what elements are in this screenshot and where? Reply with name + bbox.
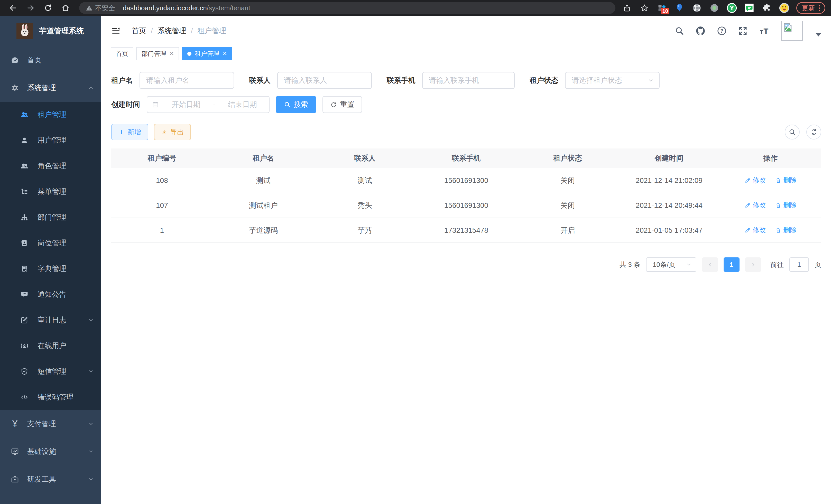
breadcrumb-current: 租户管理 <box>198 26 226 36</box>
app-title: 芋道管理系统 <box>39 26 84 36</box>
sidebar-item-dept[interactable]: 部门管理 <box>0 205 101 230</box>
tab-dept[interactable]: 部门管理 ✕ <box>137 47 179 60</box>
forward-icon[interactable] <box>23 2 38 14</box>
close-icon[interactable]: ✕ <box>169 50 174 57</box>
tenant-name-input[interactable] <box>140 72 234 89</box>
back-icon[interactable] <box>6 2 21 14</box>
tab-home[interactable]: 首页 <box>111 47 133 60</box>
chevron-left-icon <box>707 262 713 267</box>
dictionary-icon <box>21 265 28 272</box>
chevron-right-icon <box>750 262 756 267</box>
topbar: 首页 / 系统管理 / 租户管理 ? TT <box>101 16 831 46</box>
svg-text:Y: Y <box>729 5 734 11</box>
avatar-dropdown-caret[interactable] <box>815 33 821 36</box>
edit-button[interactable]: 修改 <box>744 201 766 210</box>
puzzle-extension-icon[interactable] <box>762 3 772 13</box>
emoji-extension-icon[interactable] <box>779 3 790 13</box>
bookmark-star-icon[interactable] <box>639 3 650 13</box>
delete-button[interactable]: 删除 <box>775 226 797 235</box>
edit-button[interactable]: 修改 <box>744 176 766 185</box>
help-icon[interactable]: ? <box>717 26 727 36</box>
prev-page-button[interactable] <box>702 258 718 272</box>
page-size-select[interactable]: 10条/页 <box>646 258 696 272</box>
sidebar-item-dev-tools[interactable]: 研发工具 <box>0 466 101 493</box>
record-extension-icon[interactable] <box>709 3 720 13</box>
sidebar-item-menu[interactable]: 菜单管理 <box>0 179 101 205</box>
system-submenu: 租户管理 用户管理 角色管理 菜单管理 部门管理 岗位管理 <box>0 102 101 410</box>
sidebar-item-sms[interactable]: 短信管理 <box>0 359 101 384</box>
table-row: 1 芋道源码 芋艿 17321315478 开启 2021-01-05 17:0… <box>111 218 821 243</box>
sidebar-item-online-user[interactable]: 在线用户 <box>0 333 101 359</box>
refresh-table-button[interactable] <box>806 125 821 140</box>
col-status: 租户状态 <box>517 148 619 168</box>
home-icon[interactable] <box>58 2 73 14</box>
sidebar-item-dict[interactable]: 字典管理 <box>0 256 101 281</box>
share-icon[interactable] <box>622 3 632 13</box>
search-icon <box>789 128 796 136</box>
extension-badge: 10 <box>661 8 669 14</box>
browser-update-button[interactable]: 更新 <box>796 2 825 14</box>
status-value: 关闭 <box>517 168 619 193</box>
browser-menu-icon[interactable] <box>819 5 820 11</box>
mobile-input[interactable] <box>422 72 515 89</box>
org-chart-icon <box>21 213 28 221</box>
goto-page-input[interactable] <box>790 258 809 272</box>
search-form-row-1: 租户名 联系人 联系手机 租户状态 请选择租户状态 <box>111 72 821 89</box>
sidebar-item-user[interactable]: 用户管理 <box>0 127 101 153</box>
warning-icon <box>86 5 92 11</box>
next-page-button[interactable] <box>745 258 761 272</box>
collapse-sidebar-icon[interactable] <box>111 26 121 35</box>
edit-button[interactable]: 修改 <box>744 226 766 235</box>
reload-icon[interactable] <box>40 2 56 14</box>
fullscreen-icon[interactable] <box>738 26 748 36</box>
delete-button[interactable]: 删除 <box>775 176 797 185</box>
font-size-icon[interactable]: TT <box>759 26 770 36</box>
balloon-extension-icon[interactable] <box>674 3 685 13</box>
chat-extension-icon[interactable] <box>744 3 755 13</box>
breadcrumb-section[interactable]: 系统管理 <box>157 26 186 36</box>
export-button[interactable]: 导出 <box>154 124 191 140</box>
trash-icon <box>775 227 781 233</box>
sidebar-item-post[interactable]: 岗位管理 <box>0 230 101 256</box>
sidebar-item-infra[interactable]: 基础设施 <box>0 438 101 466</box>
add-button[interactable]: 新增 <box>111 124 148 140</box>
delete-button[interactable]: 删除 <box>775 201 797 210</box>
sidebar-item-home[interactable]: 首页 <box>0 46 101 74</box>
app-logo[interactable]: 芋道管理系统 <box>0 16 101 46</box>
close-icon[interactable]: ✕ <box>222 50 227 57</box>
sidebar-item-system[interactable]: 系统管理 <box>0 74 101 102</box>
status-select[interactable]: 请选择租户状态 <box>565 72 660 89</box>
date-range-picker[interactable]: 开始日期 - 结束日期 <box>147 96 269 113</box>
broken-image-icon <box>783 22 793 33</box>
url-bar[interactable]: 不安全 dashboard.yudao.iocoder.cn/system/te… <box>79 2 615 14</box>
sidebar-item-audit-log[interactable]: 审计日志 <box>0 307 101 333</box>
github-icon[interactable] <box>695 26 706 36</box>
search-icon[interactable] <box>675 26 684 35</box>
search-button[interactable]: 搜索 <box>276 96 316 113</box>
tree-icon <box>21 188 28 196</box>
breadcrumb-home[interactable]: 首页 <box>132 26 146 36</box>
sidebar: 芋道管理系统 首页 系统管理 租户管理 用户管理 角色管理 <box>0 16 101 504</box>
tabs-bar: 首页 部门管理 ✕ 租户管理 ✕ <box>101 46 831 62</box>
goto-label: 前往 <box>770 260 784 269</box>
avatar[interactable] <box>781 21 803 41</box>
contact-input[interactable] <box>277 72 372 89</box>
page-number-1[interactable]: 1 <box>724 258 740 272</box>
security-warning[interactable]: 不安全 <box>86 4 115 12</box>
sidebar-item-tenant[interactable]: 租户管理 <box>0 102 101 127</box>
extension-grid-icon[interactable]: 10 <box>657 3 667 13</box>
y-extension-icon[interactable]: Y <box>726 3 737 13</box>
reset-button[interactable]: 重置 <box>322 96 362 113</box>
sidebar-item-error-code[interactable]: 错误码管理 <box>0 384 101 410</box>
sidebar-item-notice[interactable]: 通知公告 <box>0 281 101 307</box>
col-contact: 联系人 <box>314 148 416 168</box>
command-extension-icon[interactable] <box>691 3 702 13</box>
sidebar-item-pay[interactable]: ¥ 支付管理 <box>0 410 101 438</box>
toggle-search-button[interactable] <box>785 125 800 140</box>
tab-tenant[interactable]: 租户管理 ✕ <box>182 47 232 60</box>
chevron-down-icon <box>88 449 94 454</box>
sidebar-item-role[interactable]: 角色管理 <box>0 153 101 179</box>
security-label: 不安全 <box>95 4 115 12</box>
table-row: 107 测试租户 秃头 15601691300 关闭 2021-12-14 20… <box>111 193 821 218</box>
edit-icon <box>744 202 751 208</box>
